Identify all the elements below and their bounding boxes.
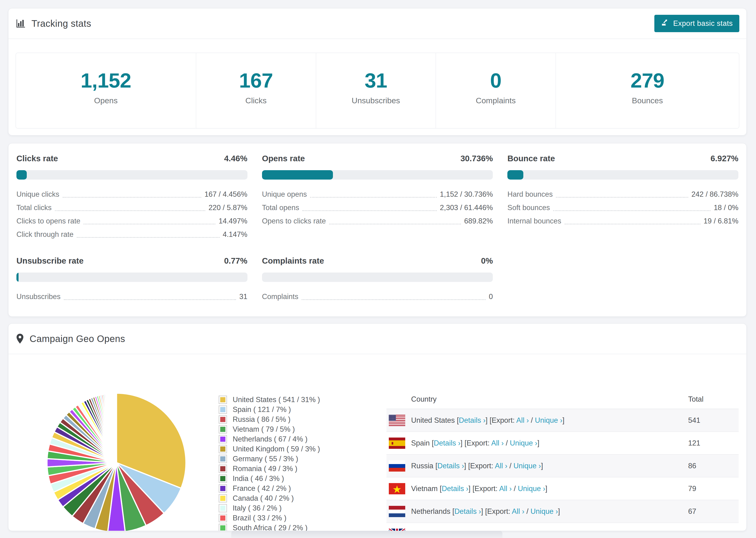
- rate-row-label: Unique clicks: [17, 190, 59, 198]
- flag-ru: [389, 460, 405, 471]
- export-all-link[interactable]: All ›: [512, 507, 524, 515]
- flag-nl: [389, 506, 405, 517]
- geo-table-body: United States [Details ›] [Export: All ›…: [387, 409, 739, 531]
- tracking-stats-header: Tracking stats Export basic stats: [9, 9, 746, 39]
- legend-label: United Kingdom ( 59 / 3% ): [233, 445, 320, 453]
- total-column-header: Total: [688, 395, 739, 404]
- rate-row-label: Opens to clicks rate: [262, 217, 326, 225]
- country-name: Russia: [411, 462, 433, 470]
- export-basic-stats-button[interactable]: Export basic stats: [654, 15, 739, 32]
- dotted-leader: [329, 224, 461, 224]
- details-link[interactable]: Details ›: [459, 416, 486, 424]
- rate-row-label: Internal bounces: [507, 217, 561, 225]
- total-cell: 541: [688, 416, 739, 425]
- export-all-link[interactable]: All ›: [524, 530, 537, 531]
- total-cell: 86: [688, 462, 739, 470]
- rate-detail-row: Internal bounces19 / 6.81%: [507, 214, 738, 228]
- country-column-header: Country: [411, 395, 437, 404]
- page-title: Tracking stats: [31, 18, 91, 29]
- geo-table-scroll[interactable]: Country Total United States [Details ›] …: [387, 390, 739, 531]
- rate-row-value: 220 / 5.87%: [208, 203, 247, 212]
- country-name: Netherlands: [411, 507, 450, 515]
- export-all-link[interactable]: All ›: [499, 484, 512, 493]
- rate-progress-track: [507, 170, 738, 180]
- country-name: Vietnam: [411, 484, 438, 493]
- legend-item: South Africa ( 29 / 2% ): [219, 523, 320, 531]
- legend-item: France ( 42 / 2% ): [219, 484, 320, 493]
- rate-title: Opens rate: [262, 154, 305, 163]
- export-unique-link[interactable]: Unique ›: [543, 530, 570, 531]
- export-all-link[interactable]: All ›: [495, 462, 507, 470]
- total-cell: 67: [688, 507, 739, 516]
- tracking-stats-title: Tracking stats: [16, 18, 91, 29]
- legend-label: Vietnam ( 79 / 5% ): [233, 425, 295, 434]
- flag-vn: [389, 483, 405, 494]
- details-link[interactable]: Details ›: [442, 484, 468, 493]
- total-cell: 121: [688, 439, 739, 447]
- details-link[interactable]: Details ›: [434, 439, 460, 447]
- dotted-leader: [83, 224, 215, 224]
- legend-label: Spain ( 121 / 7% ): [233, 405, 291, 414]
- rate-detail-row: Total opens2,303 / 61.446%: [262, 201, 493, 214]
- below-card-shadow: [231, 531, 503, 538]
- total-cell: 79: [688, 484, 739, 493]
- export-all-link[interactable]: All ›: [516, 416, 529, 424]
- stat-value: 1,152: [81, 70, 131, 91]
- stat-bounces: 279Bounces: [556, 53, 739, 128]
- stat-label: Opens: [94, 96, 118, 105]
- details-link[interactable]: Details ›: [437, 462, 464, 470]
- legend-label: Netherlands ( 67 / 4% ): [233, 435, 307, 443]
- rate-title: Unsubscribe rate: [17, 256, 83, 265]
- opens-rate-block: Opens rate30.736%Unique opens1,152 / 30.…: [262, 154, 493, 241]
- legend-swatch: [219, 455, 227, 463]
- legend-label: Italy ( 36 / 2% ): [233, 504, 282, 512]
- legend-swatch: [219, 396, 227, 404]
- export-unique-link[interactable]: Unique ›: [535, 416, 562, 424]
- rate-progress-track: [17, 170, 247, 180]
- export-prefix: Export:: [466, 439, 490, 447]
- legend-label: Canada ( 40 / 2% ): [233, 494, 294, 503]
- rate-row-value: 1,152 / 30.736%: [440, 190, 493, 198]
- stat-unsubscribes: 31Unsubscribes: [316, 53, 436, 128]
- dotted-leader: [55, 210, 205, 211]
- legend-label: France ( 42 / 2% ): [233, 484, 291, 493]
- stat-label: Complaints: [476, 96, 515, 105]
- rate-detail-row: Unsubscribes31: [17, 290, 247, 303]
- dotted-leader: [565, 224, 700, 224]
- rate-detail-row: Total clicks220 / 5.87%: [17, 201, 247, 214]
- details-link[interactable]: Details ›: [454, 507, 481, 515]
- rate-row-value: 167 / 4.456%: [204, 190, 247, 198]
- export-all-link[interactable]: All ›: [491, 439, 504, 447]
- country-cell: Spain [Details ›] [Export: All › / Uniqu…: [411, 439, 539, 447]
- country-cell: Netherlands [Details ›] [Export: All › /…: [411, 507, 560, 516]
- rate-title: Clicks rate: [17, 154, 58, 163]
- rate-row-label: Total opens: [262, 203, 299, 212]
- legend-item: Russia ( 86 / 5% ): [219, 414, 320, 424]
- legend-label: South Africa ( 29 / 2% ): [233, 524, 307, 531]
- country-name: Spain: [411, 439, 430, 447]
- dotted-leader: [64, 299, 236, 300]
- legend-item: United Kingdom ( 59 / 3% ): [219, 444, 320, 454]
- total-cell: 59: [688, 530, 739, 531]
- export-unique-link[interactable]: Unique ›: [518, 484, 545, 493]
- dotted-leader: [77, 237, 220, 238]
- legend-swatch: [219, 405, 227, 414]
- export-unique-link[interactable]: Unique ›: [513, 462, 541, 470]
- export-unique-link[interactable]: Unique ›: [530, 507, 558, 515]
- geo-title: Campaign Geo Opens: [29, 334, 125, 344]
- map-pin-icon: [16, 333, 25, 344]
- export-unique-link[interactable]: Unique ›: [510, 439, 537, 447]
- legend-label: United States ( 541 / 31% ): [233, 396, 320, 404]
- stat-label: Bounces: [632, 96, 663, 105]
- legend-item: Spain ( 121 / 7% ): [219, 405, 320, 414]
- dotted-leader: [310, 197, 437, 198]
- country-cell: United States [Details ›] [Export: All ›…: [411, 416, 565, 425]
- country-cell: Vietnam [Details ›] [Export: All › / Uni…: [411, 484, 547, 493]
- legend-label: Romania ( 49 / 3% ): [233, 464, 297, 473]
- export-prefix: Export:: [500, 530, 523, 531]
- rate-progress-fill: [507, 170, 523, 180]
- legend-item: India ( 46 / 3% ): [219, 474, 320, 484]
- unsubscribe-rate-block: Unsubscribe rate0.77%Unsubscribes31: [17, 256, 247, 303]
- rate-value: 6.927%: [711, 154, 738, 163]
- legend-swatch: [219, 494, 227, 503]
